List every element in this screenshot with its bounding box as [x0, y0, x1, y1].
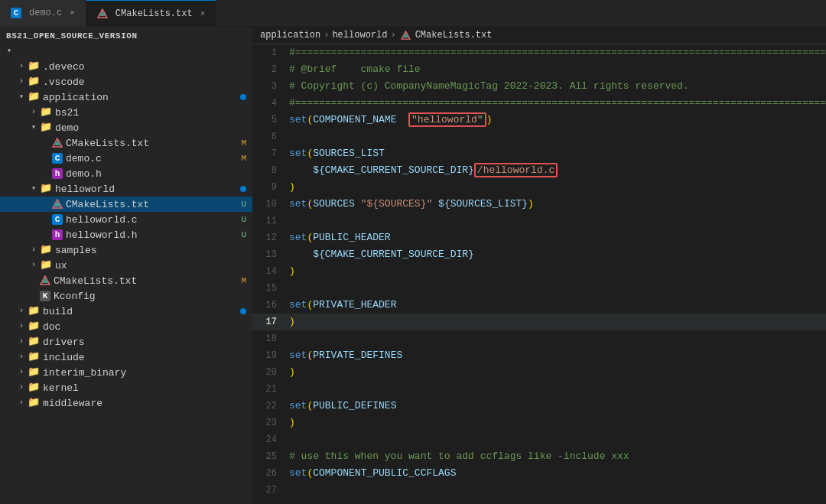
line-content-10: set(SOURCES "${SOURCES}" ${SOURCES_LIST}…	[289, 196, 826, 213]
sidebar-item-middleware[interactable]: 📁 middleware	[0, 395, 252, 411]
line-num-23: 23	[252, 415, 289, 431]
drivers-label: drivers	[43, 337, 252, 348]
sidebar-item-helloworld-h[interactable]: h helloworld.h U	[0, 227, 252, 242]
build-badge	[240, 308, 246, 314]
line-num-15: 15	[252, 280, 289, 297]
code-line-9: 9 )	[252, 179, 826, 196]
sidebar-item-kernel[interactable]: 📁 kernel	[0, 380, 252, 395]
doc-label: doc	[43, 321, 252, 333]
sidebar-item-root-cmake[interactable]: CMakeLists.txt M	[0, 273, 252, 288]
kconfig-arrow	[28, 290, 40, 302]
sidebar-item-interim-binary[interactable]: 📁 interim_binary	[0, 365, 252, 380]
sidebar-item-demo-h[interactable]: h demo.h	[0, 166, 252, 181]
line-content-5: set(COMPONENT_NAME "helloworld")	[289, 112, 826, 128]
demo-folder-icon: 📁	[40, 122, 52, 134]
tab-cmake-close-icon[interactable]: ×	[200, 9, 206, 18]
line-content-13: ${CMAKE_CURRENT_SOURCE_DIR}	[289, 246, 826, 263]
tab-demo-c[interactable]: C demo.c ×	[0, 0, 86, 27]
code-line-26: 26 set(COMPONENT_PUBLIC_CCFLAGS	[252, 465, 826, 482]
sidebar[interactable]: BS21_OPEN_SOURCE_VERSION 📁 .deveco 📁 .vs…	[0, 27, 252, 504]
demo-c-arrow	[40, 152, 52, 164]
code-line-16: 16 set(PRIVATE_HEADER	[252, 297, 826, 314]
code-line-24: 24	[252, 431, 826, 448]
breadcrumb-cmakefile[interactable]: CMakeLists.txt	[415, 30, 493, 41]
sidebar-item-helloworld[interactable]: 📁 helloworld	[0, 181, 252, 197]
helloworld-h-badge: U	[241, 230, 246, 239]
line-num-7: 7	[252, 145, 289, 162]
deveco-label: .deveco	[43, 61, 252, 73]
root-cmake-icon	[40, 275, 50, 286]
line-num-21: 21	[252, 381, 289, 398]
root-cmake-badge: M	[241, 276, 246, 285]
right-panel: application › helloworld › CMakeLists.tx…	[252, 27, 826, 504]
code-line-18: 18	[252, 330, 826, 347]
helloworld-label: helloworld	[55, 184, 240, 195]
ux-folder-icon: 📁	[40, 259, 52, 272]
line-num-5: 5	[252, 112, 289, 128]
code-line-5: 5 set(COMPONENT_NAME "helloworld")	[252, 112, 826, 128]
include-folder-icon: 📁	[28, 351, 40, 363]
line-content-16: set(PRIVATE_HEADER	[289, 297, 826, 314]
kconfig-icon: K	[40, 291, 50, 301]
line-content-14: )	[289, 263, 826, 280]
sidebar-item-drivers[interactable]: 📁 drivers	[0, 334, 252, 350]
line-num-1: 1	[252, 44, 289, 61]
sidebar-item-bs21[interactable]: 📁 bs21	[0, 105, 252, 120]
vscode-folder-icon: 📁	[28, 76, 40, 88]
tree-root: BS21_OPEN_SOURCE_VERSION	[0, 27, 252, 44]
sidebar-item-samples[interactable]: 📁 samples	[0, 242, 252, 258]
doc-folder-icon: 📁	[28, 320, 40, 333]
application-folder-icon: 📁	[28, 91, 40, 103]
samples-folder-icon: 📁	[40, 244, 52, 256]
sidebar-item-application[interactable]: 📁 application	[0, 89, 252, 105]
tab-cmake-label: CMakeLists.txt	[115, 8, 193, 19]
demo-label: demo	[55, 122, 252, 134]
tab-cmake[interactable]: CMakeLists.txt ×	[86, 0, 216, 27]
code-line-12: 12 set(PUBLIC_HEADER	[252, 229, 826, 246]
breadcrumb-application[interactable]: application	[260, 30, 320, 41]
main-area: BS21_OPEN_SOURCE_VERSION 📁 .deveco 📁 .vs…	[0, 27, 826, 504]
sidebar-item-build[interactable]: 📁 build	[0, 304, 252, 319]
line-num-13: 13	[252, 246, 289, 263]
line-content-12: set(PUBLIC_HEADER	[289, 229, 826, 246]
line-num-4: 4	[252, 95, 289, 112]
breadcrumb: application › helloworld › CMakeLists.tx…	[252, 27, 826, 44]
bs21-folder-icon: 📁	[40, 106, 52, 119]
code-editor[interactable]: 1 #=====================================…	[252, 44, 826, 504]
sidebar-item-doc[interactable]: 📁 doc	[0, 319, 252, 334]
demo-c-label: demo.c	[66, 153, 241, 164]
sidebar-item-demo-cmake[interactable]: CMakeLists.txt M	[0, 135, 252, 151]
sidebar-item-helloworld-c[interactable]: C helloworld.c U	[0, 212, 252, 227]
code-line-11: 11	[252, 213, 826, 229]
sidebar-item-include[interactable]: 📁 include	[0, 350, 252, 365]
tab-close-icon[interactable]: ×	[70, 8, 75, 18]
sidebar-item-vscode[interactable]: 📁 .vscode	[0, 74, 252, 89]
code-line-1: 1 #=====================================…	[252, 44, 826, 61]
sidebar-item-root[interactable]	[0, 44, 252, 59]
sidebar-item-helloworld-cmake[interactable]: CMakeLists.txt U	[0, 197, 252, 212]
sidebar-item-ux[interactable]: 📁 ux	[0, 258, 252, 273]
sidebar-item-kconfig[interactable]: K Kconfig	[0, 288, 252, 304]
root-cmake-arrow	[28, 275, 40, 287]
line-num-16: 16	[252, 297, 289, 314]
demo-cmake-badge: M	[241, 138, 246, 148]
demo-h-label: demo.h	[66, 168, 252, 180]
vscode-label: .vscode	[43, 76, 252, 88]
kernel-arrow	[15, 382, 28, 394]
demo-h-arrow	[40, 167, 52, 180]
line-num-27: 27	[252, 482, 289, 499]
bs21-label: bs21	[55, 107, 252, 119]
ux-label: ux	[55, 260, 252, 272]
code-line-7: 7 set(SOURCES_LIST	[252, 145, 826, 162]
ux-arrow	[28, 259, 40, 272]
sidebar-item-deveco[interactable]: 📁 .deveco	[0, 59, 252, 74]
breadcrumb-helloworld[interactable]: helloworld	[332, 30, 387, 41]
code-line-20: 20 )	[252, 364, 826, 381]
sidebar-item-demo[interactable]: 📁 demo	[0, 120, 252, 135]
code-line-3: 3 # Copyright (c) CompanyNameMagicTag 20…	[252, 78, 826, 95]
line-content-6	[289, 128, 826, 145]
application-badge	[240, 94, 246, 100]
line-num-12: 12	[252, 229, 289, 246]
sidebar-item-demo-c[interactable]: C demo.c M	[0, 151, 252, 166]
drivers-arrow	[15, 336, 28, 348]
